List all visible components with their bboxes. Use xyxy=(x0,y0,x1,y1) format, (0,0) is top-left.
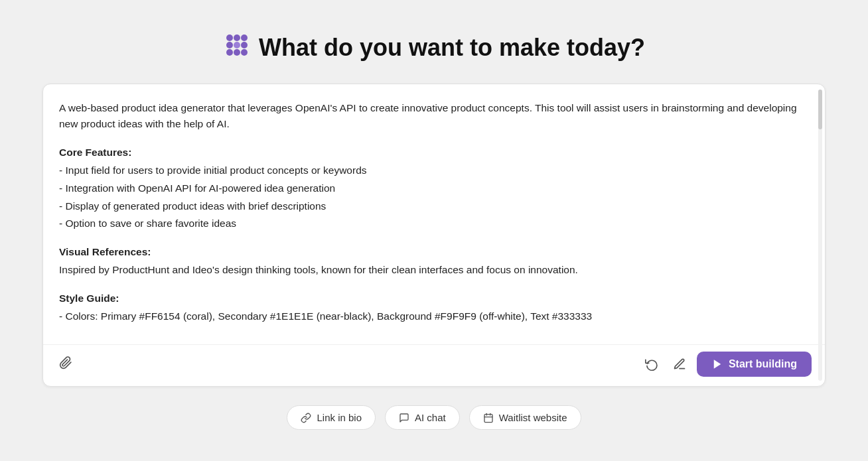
card-content: A web-based product idea generator that … xyxy=(43,84,825,345)
svg-point-2 xyxy=(241,34,248,41)
style-guide-item: Colors: Primary #FF6154 (coral), Seconda… xyxy=(59,308,805,325)
svg-point-8 xyxy=(241,49,248,56)
footer-right: Start building xyxy=(641,352,812,377)
style-guide-title: Style Guide: xyxy=(59,291,805,307)
visual-references-section: Visual References: Inspired by ProductHu… xyxy=(59,244,805,279)
visual-references-title: Visual References: xyxy=(59,244,805,261)
pill-link-in-bio[interactable]: Link in bio xyxy=(287,405,376,430)
svg-point-3 xyxy=(226,42,233,48)
attach-icon[interactable] xyxy=(56,354,75,375)
style-guide-section: Style Guide: Colors: Primary #FF6154 (co… xyxy=(59,291,805,325)
pill-waitlist-website[interactable]: Waitlist website xyxy=(469,405,581,430)
footer-left xyxy=(56,354,75,375)
style-guide-list: Colors: Primary #FF6154 (coral), Seconda… xyxy=(59,308,805,325)
pill-ai-chat[interactable]: AI chat xyxy=(385,405,460,430)
page-title: What do you want to make today? xyxy=(259,34,645,62)
svg-point-5 xyxy=(241,42,248,48)
pill-waitlist-website-label: Waitlist website xyxy=(499,412,567,423)
scrollbar-thumb[interactable] xyxy=(818,90,822,129)
feature-item: Display of generated product ideas with … xyxy=(59,198,805,215)
main-card: A web-based product idea generator that … xyxy=(42,84,826,387)
feature-item: Option to save or share favorite ideas xyxy=(59,216,805,232)
start-building-icon xyxy=(711,358,723,370)
card-footer: Start building xyxy=(43,344,825,386)
undo-button[interactable] xyxy=(641,354,662,375)
svg-rect-10 xyxy=(484,415,492,423)
calendar-icon xyxy=(483,413,494,423)
core-features-list: Input field for users to provide initial… xyxy=(59,163,805,232)
header: What do you want to make today? xyxy=(223,31,645,65)
pill-link-in-bio-label: Link in bio xyxy=(317,412,362,423)
chat-icon xyxy=(399,413,409,423)
svg-point-1 xyxy=(234,34,240,41)
svg-point-6 xyxy=(226,49,233,56)
core-features-section: Core Features: Input field for users to … xyxy=(59,145,805,232)
edit-button[interactable] xyxy=(669,354,690,375)
svg-point-7 xyxy=(234,49,240,56)
page-wrapper: What do you want to make today? A web-ba… xyxy=(0,0,868,461)
link-icon xyxy=(301,413,311,423)
scrollbar-track[interactable] xyxy=(818,90,822,381)
logo-icon xyxy=(223,31,251,65)
pill-ai-chat-label: AI chat xyxy=(415,412,446,423)
svg-point-4 xyxy=(234,42,240,48)
svg-point-0 xyxy=(226,34,233,41)
start-building-button[interactable]: Start building xyxy=(697,352,812,377)
suggestion-pills: Link in bio AI chat Waitlist website xyxy=(287,405,581,430)
svg-marker-9 xyxy=(714,360,721,369)
intro-paragraph: A web-based product idea generator that … xyxy=(59,100,805,133)
feature-item: Input field for users to provide initial… xyxy=(59,163,805,179)
core-features-title: Core Features: xyxy=(59,145,805,161)
start-building-label: Start building xyxy=(729,358,797,370)
feature-item: Integration with OpenAI API for AI-power… xyxy=(59,180,805,197)
visual-references-text: Inspired by ProductHunt and Ideo's desig… xyxy=(59,262,805,279)
